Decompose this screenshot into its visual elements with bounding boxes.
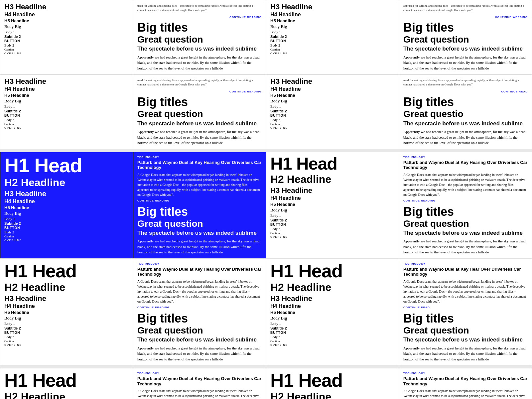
tag-blue-1: TECHNOLOGY [137, 156, 262, 159]
h4-label-4: H4 Headline [270, 86, 395, 92]
type-list-cell-4: H3 Headline H4 Headline H5 Headline Body… [266, 74, 399, 149]
button-blue: BUTTON [4, 226, 129, 230]
article-h1-2: TECHNOLOGY Patturb and Waymo Duel at Key… [133, 259, 266, 365]
button-label: BUTTON [4, 39, 129, 43]
overline-label-2: OVERLINE [270, 52, 395, 55]
subtitle2-white-2: Subtitle 2 [4, 326, 129, 330]
article-body-bottom-2: A Google Docs scam that appears to be wi… [403, 388, 528, 399]
spectacle-3: The spectacle before us was indeed subli… [137, 120, 262, 127]
top-text-4: used for writing and sharing files – app… [403, 78, 528, 86]
body2-label-3: Body 2 [4, 118, 129, 122]
button-label-4: BUTTON [270, 114, 395, 117]
subtitle2-white-3: Subtitle 2 [270, 326, 395, 330]
caption-label: Caption [4, 48, 129, 51]
subtitle2-label-2: Subtitle 2 [270, 35, 395, 39]
body2-white-1: Body 2 [270, 227, 395, 231]
caption-white-3: Caption [270, 339, 395, 343]
h4-label: H4 Headline [4, 12, 129, 18]
caption-white-1: Caption [270, 231, 395, 235]
body1-white-1: Body 1 [270, 213, 395, 217]
body-big-blue: Body Big [4, 211, 129, 216]
article-display-cell-4: used for writing and sharing files – app… [399, 74, 532, 149]
continue-reading-1[interactable]: CONTINUE READING [229, 16, 262, 19]
h4-white-1: H4 Headline [270, 195, 395, 201]
caption-label-4: Caption [270, 122, 395, 126]
continue-blue-1[interactable]: CONTINUE READING [137, 199, 262, 202]
h4-label-3: H4 Headline [4, 86, 129, 92]
caption-white-2: Caption [4, 339, 129, 343]
body-big-white-1: Body Big [270, 207, 395, 213]
blue-cell-1: H1 Head H2 Headline H3 Headline H4 Headl… [0, 152, 133, 259]
continue-reading-2[interactable]: CONTINUE WEEDING [495, 16, 528, 19]
body-para-1: Apparently we had reached a great height… [137, 55, 262, 71]
big-title-white-3: Big titles [403, 312, 528, 325]
body-big-label: Body Big [4, 24, 129, 29]
button-white-2: BUTTON [4, 331, 129, 334]
overline-label-3: OVERLINE [4, 126, 129, 129]
big-titles-3: Big titles [137, 96, 262, 108]
h5-label-4: H5 Headline [270, 93, 395, 98]
body1-white-2: Body 1 [4, 322, 129, 326]
body2-blue: Body 2 [4, 230, 129, 234]
para-blue-1: Apparently we had reached a great height… [137, 238, 262, 255]
article-h1-3: TECHNOLOGY Patturb and Waymo Duel at Key… [399, 259, 532, 365]
great-question-1: Great question [137, 35, 262, 44]
h5-white-1: H5 Headline [270, 202, 395, 207]
body1-white-3: Body 1 [270, 322, 395, 326]
type-list-h1-2: H1 Head H2 Headline H3 Headline H4 Headl… [0, 259, 133, 365]
body-para-2: Apparently we had reached a great height… [403, 55, 528, 71]
type-list-cell-1: H3 Headline H4 Headline H5 Headline Body… [0, 0, 133, 74]
h5-label-2: H5 Headline [270, 18, 395, 23]
spectacle-white-2: The spectacle before us was indeed subli… [137, 336, 262, 343]
type-list-h1-3: H1 Head H2 Headline H3 Headline H4 Headl… [266, 259, 399, 365]
body2-white-2: Body 2 [4, 335, 129, 339]
h3-white-1: H3 Headline [270, 187, 395, 195]
h4-label-2: H4 Headline [270, 12, 395, 18]
h2-bottom-1: H2 Headline [4, 391, 129, 399]
body2-label-4: Body 2 [270, 118, 395, 122]
h3-white-3: H3 Headline [270, 295, 395, 303]
article-body-bottom-1: A Google Docs scam that appears to be wi… [137, 388, 262, 399]
body-big-white-2: Body Big [4, 316, 129, 321]
para-white-2: Apparently we had reached a great height… [137, 345, 262, 362]
article-title-bottom-2: Patturb and Waymo Duel at Key Hearing Ov… [403, 376, 528, 386]
overline-label: OVERLINE [4, 52, 129, 55]
article-body-white-3: A Google Docs scam that appears to be wi… [403, 279, 528, 304]
button-white-1: BUTTON [270, 223, 395, 226]
continue-white-2[interactable]: CONTINUE READING [137, 306, 262, 309]
h1-white-1: H1 Head [270, 155, 395, 172]
continue-white-3[interactable]: CONTINUE READ [403, 306, 528, 309]
h2-white-2: H2 Headline [4, 282, 129, 293]
body-big-label-2: Body Big [270, 24, 395, 29]
body-para-4: Apparently we had reached a great height… [403, 129, 528, 146]
body-big-label-4: Body Big [270, 98, 395, 104]
continue-white-1[interactable]: CONTINUE READING [403, 199, 528, 202]
body1-blue: Body 1 [4, 217, 129, 221]
h4-white-3: H4 Headline [270, 303, 395, 309]
big-titles-1: Big titles [137, 21, 262, 34]
h1-bottom-1: H1 Head [4, 371, 129, 390]
h2-white-3: H2 Headline [270, 282, 395, 293]
subtitle2-label-4: Subtitle 2 [270, 109, 395, 113]
button-label-2: BUTTON [270, 39, 395, 43]
h3-label-4: H3 Headline [270, 77, 395, 85]
spectacle-1: The spectacle before us was indeed subli… [137, 46, 262, 52]
h1-blue: H1 Head [4, 156, 129, 176]
spectacle-white-3: The spectacle before us was indeed subli… [403, 336, 528, 343]
para-white-1: Apparently we had reached a great height… [403, 238, 528, 255]
article-h1-1: TECHNOLOGY Patturb and Waymo Duel at Key… [399, 152, 532, 259]
top-text-3: used for writing and sharing files – app… [137, 78, 262, 86]
continue-reading-3[interactable]: CONTINUE READING [229, 90, 262, 93]
article-title-white-1: Patturb and Waymo Duel at Key Hearing Ov… [403, 160, 528, 170]
type-list-cell-3: H3 Headline H4 Headline H5 Headline Body… [0, 74, 133, 149]
spectacle-white-1: The spectacle before us was indeed subli… [403, 230, 528, 236]
article-display-cell-1: used for writing and sharing files – app… [133, 0, 266, 74]
caption-label-3: Caption [4, 122, 129, 126]
continue-reading-4[interactable]: CONTINUE READ [501, 90, 528, 93]
big-titles-2: Big titles [403, 21, 528, 34]
button-white-3: BUTTON [270, 331, 395, 334]
body2-label: Body 2 [4, 44, 129, 47]
great-q-blue-1: Great question [137, 219, 262, 228]
great-question-4: Great questio [403, 109, 528, 119]
blue-article-1: TECHNOLOGY Patturb and Waymo Duel at Key… [133, 152, 266, 259]
